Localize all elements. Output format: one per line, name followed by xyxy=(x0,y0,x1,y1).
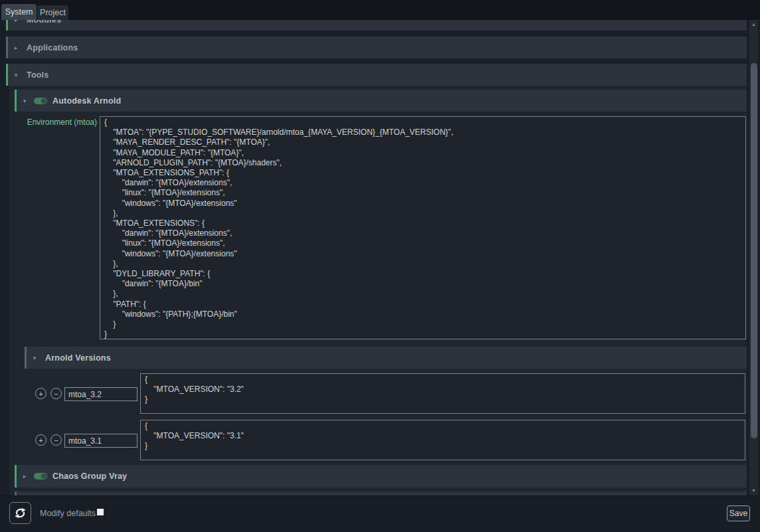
tab-bar: System Project xyxy=(0,0,760,20)
chevron-down-icon: ▾ xyxy=(29,355,40,361)
settings-window: System Project ▸ Modules ▸ Applications … xyxy=(0,0,760,532)
section-label-arnold-versions: Arnold Versions xyxy=(45,353,111,363)
version-value-editor[interactable]: { "MTOA_VERSION": "3.1" } xyxy=(140,420,745,460)
environment-mtoa-editor[interactable]: { "MTOA": "{PYPE_STUDIO_SOFTWARE}/arnold… xyxy=(100,116,746,339)
arnold-enabled-toggle[interactable] xyxy=(34,98,47,104)
chevron-right-icon: ▸ xyxy=(19,473,30,480)
section-header-chaos-group-vray[interactable]: ▸ Chaos Group Vray xyxy=(15,465,747,488)
section-label-applications: Applications xyxy=(27,43,78,52)
scrollbar-thumb[interactable] xyxy=(751,63,757,438)
version-value-editor[interactable]: { "MTOA_VERSION": "3.2" } xyxy=(140,373,745,414)
toggle-knob-icon xyxy=(41,98,47,104)
scroll-up-icon[interactable]: ▲ xyxy=(749,20,758,29)
refresh-icon xyxy=(14,507,27,519)
footer-bar: Modify defaults Save xyxy=(0,495,760,532)
modify-defaults-label: Modify defaults xyxy=(40,509,96,518)
section-header-arnold-versions[interactable]: ▾ Arnold Versions xyxy=(25,347,747,369)
section-label-modules: Modules xyxy=(27,20,61,25)
section-header-modules[interactable]: ▸ Modules xyxy=(6,20,747,31)
vray-enabled-toggle[interactable] xyxy=(34,473,47,480)
section-label-chaos-group-vray: Chaos Group Vray xyxy=(52,472,127,481)
chevron-down-icon: ▾ xyxy=(19,98,30,104)
section-header-autodesk-arnold[interactable]: ▾ Autodesk Arnold xyxy=(15,90,747,112)
chevron-right-icon: ▸ xyxy=(11,20,21,23)
remove-version-button[interactable]: − xyxy=(50,388,62,399)
tab-system[interactable]: System xyxy=(1,4,37,20)
tab-project[interactable]: Project xyxy=(37,5,68,20)
section-label-tools: Tools xyxy=(27,70,48,80)
remove-version-button[interactable]: − xyxy=(50,434,62,446)
scroll-down-icon[interactable]: ▼ xyxy=(749,486,758,495)
toggle-knob-icon xyxy=(41,474,47,479)
add-version-button[interactable]: + xyxy=(35,434,47,446)
modify-defaults-checkbox[interactable] xyxy=(97,509,104,515)
version-key-input[interactable] xyxy=(64,387,138,401)
chevron-right-icon: ▸ xyxy=(11,44,21,51)
section-label-autodesk-arnold: Autodesk Arnold xyxy=(52,96,121,106)
section-header-tools[interactable]: ▾ Tools xyxy=(6,64,747,86)
environment-mtoa-label: Environment (mtoa) xyxy=(15,118,97,127)
settings-scroll-area: ▸ Modules ▸ Applications ▾ Tools ▾ Autod… xyxy=(0,20,760,495)
add-version-button[interactable]: + xyxy=(35,388,47,399)
section-header-applications[interactable]: ▸ Applications xyxy=(6,37,747,58)
version-key-input[interactable] xyxy=(64,434,138,448)
chevron-down-icon: ▾ xyxy=(11,72,21,78)
vertical-scrollbar[interactable]: ▲ ▼ xyxy=(749,20,758,495)
refresh-button[interactable] xyxy=(9,502,31,524)
save-button[interactable]: Save xyxy=(727,505,750,521)
